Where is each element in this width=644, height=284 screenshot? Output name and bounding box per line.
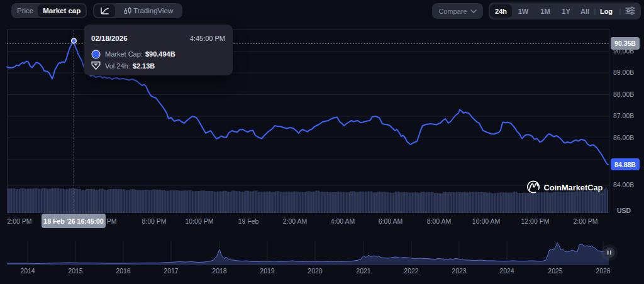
svg-text:CoinMarketCap: CoinMarketCap	[544, 183, 603, 192]
